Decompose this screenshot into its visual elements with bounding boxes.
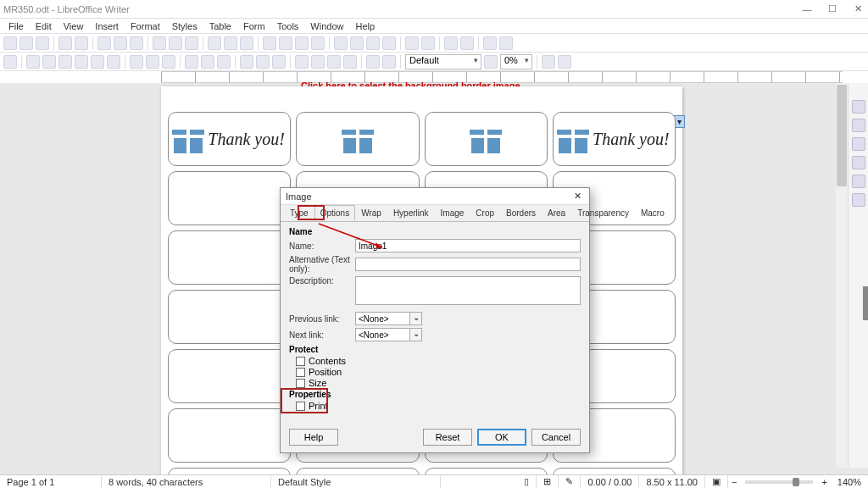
cancel-button[interactable]: Cancel [531, 429, 581, 446]
zoom-in-icon[interactable]: + [818, 475, 830, 488]
save-icon[interactable] [36, 36, 49, 50]
dialog-close-icon[interactable]: ✕ [570, 191, 584, 202]
back-icon[interactable] [382, 55, 396, 69]
reset-button[interactable]: Reset [423, 429, 472, 446]
sidebar-handle[interactable] [863, 286, 868, 320]
protect-contents-checkbox[interactable] [296, 357, 305, 366]
zoom-out-icon[interactable]: − [728, 475, 740, 488]
transparency-icon[interactable] [484, 55, 498, 69]
textbox-icon[interactable] [311, 36, 325, 50]
wrap-page-icon[interactable] [42, 55, 56, 69]
tab-transparency[interactable]: Transparency [571, 205, 635, 221]
menu-format[interactable]: Format [125, 20, 165, 32]
menu-tools[interactable]: Tools [272, 20, 304, 32]
flip-v-icon[interactable] [327, 55, 341, 69]
menu-styles[interactable]: Styles [167, 20, 203, 32]
align-bottom-icon[interactable] [217, 55, 231, 69]
status-zoom[interactable]: 140% [831, 475, 868, 488]
paste-icon[interactable] [130, 36, 143, 50]
page-icon[interactable] [852, 175, 865, 188]
menu-help[interactable]: Help [350, 20, 380, 32]
navigator-panel-icon[interactable] [852, 156, 865, 169]
protect-size-checkbox[interactable] [296, 379, 305, 388]
wrap-right-icon[interactable] [91, 55, 104, 69]
tab-wrap[interactable]: Wrap [355, 205, 387, 221]
description-input[interactable] [355, 276, 581, 305]
tab-macro[interactable]: Macro [635, 205, 670, 221]
shapes-icon[interactable] [460, 36, 474, 50]
status-signature[interactable]: ✎ [559, 475, 581, 488]
cut-icon[interactable] [97, 36, 111, 50]
rotate-left-icon[interactable] [295, 55, 309, 69]
protect-position-checkbox[interactable] [296, 368, 305, 377]
align-middle-icon[interactable] [201, 55, 214, 69]
line-icon[interactable] [444, 36, 458, 50]
wrap-optimal-icon[interactable] [58, 55, 72, 69]
tab-area[interactable]: Area [542, 205, 571, 221]
find-icon[interactable] [208, 36, 221, 50]
prev-link-combo[interactable]: <None> [355, 312, 411, 325]
tab-borders[interactable]: Borders [500, 205, 542, 221]
filter-icon[interactable] [558, 55, 571, 69]
menu-file[interactable]: File [3, 20, 29, 32]
close-icon[interactable]: ✕ [851, 3, 865, 15]
menu-edit[interactable]: Edit [31, 20, 57, 32]
menu-form[interactable]: Form [238, 20, 270, 32]
minimize-icon[interactable]: — [800, 3, 814, 15]
alt-input[interactable] [355, 258, 581, 271]
image-icon[interactable] [279, 36, 292, 50]
chart-icon[interactable] [295, 36, 309, 50]
spellcheck-icon[interactable] [224, 36, 237, 50]
next-link-combo[interactable]: <None> [355, 328, 411, 341]
specialchar-icon[interactable] [366, 36, 380, 50]
wrap-left-icon[interactable] [75, 55, 88, 69]
help-button[interactable]: Help [289, 429, 338, 446]
align-right-icon[interactable] [162, 55, 175, 69]
menu-window[interactable]: Window [305, 20, 348, 32]
navigator-icon[interactable] [499, 36, 513, 50]
properties-icon[interactable] [852, 100, 865, 114]
transparency-value[interactable]: 0% [500, 54, 532, 69]
menu-view[interactable]: View [58, 20, 89, 32]
anchor-icon[interactable] [3, 55, 17, 69]
status-words[interactable]: 8 words, 40 characters [102, 475, 271, 488]
status-page[interactable]: Page 1 of 1 [0, 475, 102, 488]
wrap-through-icon[interactable] [107, 55, 120, 69]
status-view-icon[interactable]: ▣ [705, 475, 728, 488]
pagebreak-icon[interactable] [334, 36, 348, 50]
field-icon[interactable] [350, 36, 364, 50]
trackchanges-icon[interactable] [421, 36, 435, 50]
front-icon[interactable] [366, 55, 380, 69]
borders-icon[interactable] [240, 55, 253, 69]
menu-table[interactable]: Table [204, 20, 236, 32]
zoom-slider[interactable] [745, 480, 813, 484]
align-center-icon[interactable] [146, 55, 159, 69]
table-icon[interactable] [263, 36, 276, 50]
new-icon[interactable] [3, 36, 17, 50]
export-pdf-icon[interactable] [58, 36, 72, 50]
paragraph-style-combo[interactable]: Default [405, 54, 481, 69]
tab-image[interactable]: Image [435, 205, 470, 221]
wrap-off-icon[interactable] [26, 55, 40, 69]
tab-hyperlink[interactable]: Hyperlink [387, 205, 435, 221]
draw-icon[interactable] [483, 36, 497, 50]
tab-crop[interactable]: Crop [470, 205, 500, 221]
ok-button[interactable]: OK [477, 429, 526, 446]
status-style[interactable]: Default Style [271, 475, 441, 488]
comment-icon[interactable] [405, 36, 419, 50]
styles-icon[interactable] [852, 119, 865, 132]
copy-icon[interactable] [114, 36, 127, 50]
border-color-icon[interactable] [272, 55, 286, 69]
hyperlink-icon[interactable] [382, 36, 396, 50]
align-left-icon[interactable] [130, 55, 143, 69]
gallery-icon[interactable] [852, 137, 865, 151]
rotate-right-icon[interactable] [311, 55, 325, 69]
redo-icon[interactable] [185, 36, 198, 50]
menu-insert[interactable]: Insert [90, 20, 124, 32]
align-top-icon[interactable] [185, 55, 198, 69]
paint-icon[interactable] [153, 36, 166, 50]
print-icon[interactable] [75, 36, 88, 50]
pilcrow-icon[interactable] [240, 36, 253, 50]
status-insert[interactable]: ▯ [517, 475, 537, 488]
open-icon[interactable] [19, 36, 33, 50]
